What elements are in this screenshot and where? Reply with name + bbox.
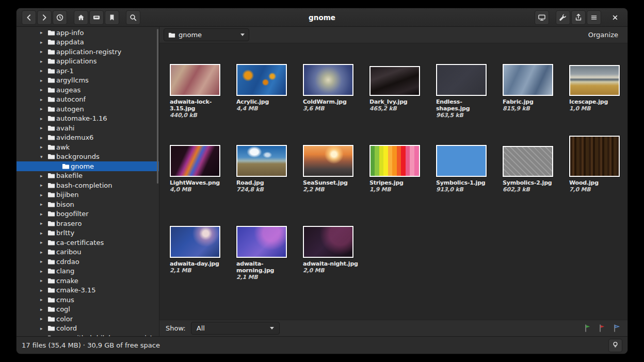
expander-icon[interactable]: ▸ <box>40 125 47 130</box>
forward-button[interactable] <box>37 10 52 25</box>
sidebar-folder-item[interactable]: ▸ brltty <box>17 228 159 238</box>
sidebar-scrollbar[interactable] <box>157 29 158 184</box>
search-button[interactable] <box>126 10 140 25</box>
file-item[interactable]: Symbolics-1.jpg 913,0 kB <box>430 134 496 215</box>
sidebar-folder-item[interactable]: ▸ cmake-3.15 <box>17 286 159 295</box>
file-item[interactable]: Endless-shapes.jpg 963,5 kB <box>430 53 496 134</box>
file-item[interactable]: adwaita-lock-3.15.jpg 440,0 kB <box>164 53 230 134</box>
expander-icon[interactable]: ▸ <box>40 269 47 274</box>
expander-icon[interactable]: ▸ <box>40 335 47 336</box>
expander-icon[interactable]: ▸ <box>40 307 47 312</box>
drive-button[interactable] <box>89 10 104 25</box>
file-item[interactable]: Fabric.jpg 815,9 kB <box>496 53 563 134</box>
menu-button[interactable] <box>587 10 601 25</box>
sidebar-folder-item[interactable]: ▸ bijiben <box>17 190 159 200</box>
sidebar-folder-item[interactable]: ▸ cogl <box>17 305 159 315</box>
sidebar-folder-item[interactable]: ▸ appdata <box>17 38 159 47</box>
green-flag-icon[interactable] <box>584 324 592 333</box>
sidebar-folder-item[interactable]: ▸ avidemux6 <box>17 133 159 143</box>
sidebar-folder-item[interactable]: ▸ apr-1 <box>17 66 159 76</box>
expander-icon[interactable]: ▸ <box>40 59 47 64</box>
file-item[interactable]: ColdWarm.jpg 3,6 MB <box>297 53 363 134</box>
filter-dropdown[interactable]: All <box>191 322 280 335</box>
sidebar-folder-item[interactable]: ▸ autoconf <box>17 95 159 105</box>
expander-icon[interactable]: ▸ <box>40 211 47 217</box>
file-item[interactable]: SeaSunset.jpg 2,2 MB <box>297 134 363 215</box>
expander-icon[interactable]: ▸ <box>40 49 47 54</box>
sidebar-folder-item[interactable]: ▸ color <box>17 314 159 324</box>
expander-icon[interactable]: ▸ <box>40 40 47 45</box>
sidebar-folder-item[interactable]: ▸ awk <box>17 142 159 152</box>
close-button[interactable] <box>608 10 622 25</box>
file-item[interactable]: LightWaves.png 4,0 MB <box>164 134 230 215</box>
sidebar-folder-item[interactable]: ▸ cdrdao <box>17 257 159 267</box>
sidebar-folder-item[interactable]: ▸ app-info <box>17 28 159 38</box>
expander-icon[interactable]: ▸ <box>40 192 47 198</box>
expander-icon[interactable]: ▸ <box>40 288 47 293</box>
sidebar-folder-item[interactable]: ▾ backgrounds <box>17 152 159 162</box>
home-button[interactable] <box>74 10 88 25</box>
sidebar-folder-item[interactable]: ▸ cmake <box>17 276 159 286</box>
sidebar-folder-item[interactable]: ▸ applications <box>17 57 159 67</box>
sidebar-folder-item[interactable]: ▸ bash-completion <box>17 180 159 190</box>
expander-icon[interactable]: ▸ <box>40 144 47 150</box>
expander-icon[interactable]: ▸ <box>40 97 47 102</box>
expander-icon[interactable]: ▸ <box>40 78 47 83</box>
properties-button[interactable] <box>608 339 622 352</box>
expander-icon[interactable]: ▸ <box>40 68 47 73</box>
expander-icon[interactable]: ▾ <box>40 154 47 159</box>
current-folder-dropdown[interactable]: gnome <box>164 28 249 41</box>
sidebar-folder-item[interactable]: ▸ ca-certificates <box>17 238 159 248</box>
back-button[interactable] <box>22 10 36 25</box>
expander-icon[interactable]: ▸ <box>40 221 47 226</box>
expander-icon[interactable]: ▸ <box>40 135 47 140</box>
file-item[interactable]: Acrylic.jpg 4,4 MB <box>230 53 297 134</box>
expander-icon[interactable]: ▸ <box>40 231 47 236</box>
sidebar-folder-item[interactable]: ▸ application-registry <box>17 47 159 57</box>
file-item[interactable]: Road.jpg 724,8 kB <box>230 134 297 215</box>
expander-icon[interactable]: ▸ <box>40 250 47 255</box>
sidebar-folder-item[interactable]: ▸ autogen <box>17 104 159 114</box>
expander-icon[interactable]: ▸ <box>40 106 47 111</box>
sidebar-folder-item[interactable]: ▸ brasero <box>17 219 159 228</box>
expander-icon[interactable]: ▸ <box>40 297 47 302</box>
sidebar-folder-item[interactable]: ▸ bison <box>17 200 159 209</box>
sidebar-folder-item[interactable]: ▸ caribou <box>17 248 159 257</box>
file-item[interactable]: Symbolics-2.jpg 602,3 kB <box>496 134 563 215</box>
sidebar-folder-item[interactable]: ▸ bakefile <box>17 171 159 181</box>
sidebar-folder-item[interactable]: ▸ argyllcms <box>17 76 159 86</box>
expander-icon[interactable]: ▸ <box>40 173 47 178</box>
file-item[interactable]: adwaita-day.jpg 2,1 MB <box>164 215 230 295</box>
file-item[interactable]: Dark_Ivy.jpg 465,2 kB <box>363 53 430 134</box>
sidebar-folder-item[interactable]: gnome <box>17 161 159 171</box>
sidebar-folder-item[interactable]: ▸ avahi <box>17 123 159 133</box>
file-item[interactable]: Icescape.jpg 1,0 MB <box>563 53 627 134</box>
sidebar-folder-item[interactable]: ▸ cmus <box>17 295 159 305</box>
file-item[interactable]: Stripes.jpg 1,9 MB <box>363 134 430 215</box>
slideshow-button[interactable] <box>535 10 549 25</box>
history-button[interactable] <box>53 10 67 25</box>
file-item[interactable]: adwaita-night.jpg 2,0 MB <box>297 215 363 295</box>
share-button[interactable] <box>571 10 586 25</box>
red-flag-icon[interactable] <box>598 324 607 333</box>
sidebar-folder-item[interactable]: ▸ automake-1.16 <box>17 114 159 124</box>
expander-icon[interactable]: ▸ <box>40 202 47 207</box>
sidebar-folder-item[interactable]: ▸ bogofilter <box>17 209 159 219</box>
expander-icon[interactable]: ▸ <box>40 326 47 331</box>
expander-icon[interactable]: ▸ <box>40 316 47 321</box>
bookmarks-button[interactable] <box>105 10 119 25</box>
blue-flag-icon[interactable] <box>613 324 621 333</box>
tools-button[interactable] <box>556 10 570 25</box>
file-item[interactable]: Wood.jpg 7,0 MB <box>563 134 627 215</box>
expander-icon[interactable]: ▸ <box>40 30 47 35</box>
expander-icon[interactable]: ▸ <box>40 259 47 264</box>
sidebar-folder-item[interactable]: ▸ colord <box>17 324 159 334</box>
expander-icon[interactable]: ▸ <box>40 183 47 188</box>
sidebar-folder-item[interactable]: ▸ clang <box>17 267 159 276</box>
expander-icon[interactable]: ▸ <box>40 116 47 121</box>
file-item[interactable]: adwaita-morning.jpg 2,1 MB <box>230 215 297 295</box>
sidebar-folder-item[interactable]: ▸ com.github.bilelmoussaoui.Audi <box>17 333 159 336</box>
expander-icon[interactable]: ▸ <box>40 240 47 245</box>
sidebar-folder-item[interactable]: ▸ augeas <box>17 85 159 95</box>
organize-button[interactable]: Organize <box>585 29 621 41</box>
